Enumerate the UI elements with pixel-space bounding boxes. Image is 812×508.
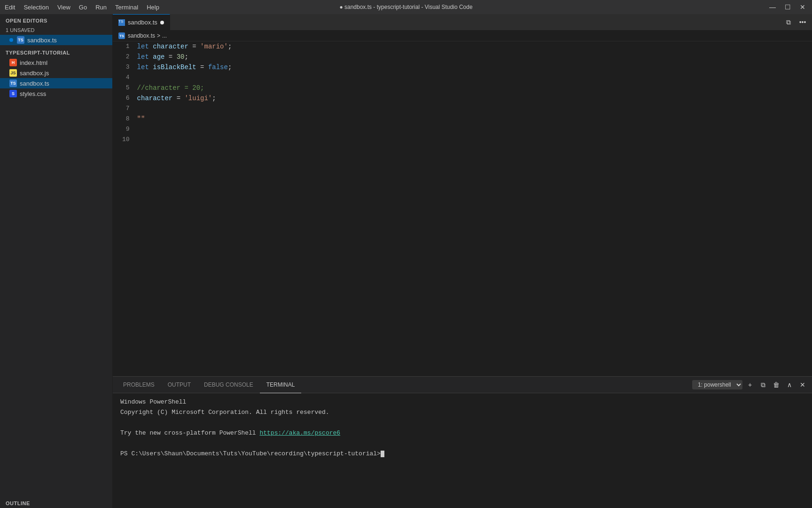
tab-filename: sandbox.ts	[128, 19, 157, 26]
sidebar-open-file-sandbox-ts[interactable]: TS sandbox.ts	[0, 35, 112, 45]
menu-view[interactable]: View	[57, 4, 70, 11]
code-line-3: let isBlackBelt = false;	[137, 62, 812, 72]
menu-help[interactable]: Help	[147, 4, 159, 11]
new-terminal-button[interactable]: +	[744, 379, 756, 390]
sidebar-file-name: styles.css	[20, 90, 46, 97]
tab-problems[interactable]: PROBLEMS	[117, 377, 161, 393]
unsaved-indicator	[9, 38, 13, 42]
breadcrumb-separator: >	[157, 32, 160, 39]
code-line-2: let age = 30;	[137, 52, 812, 62]
terminal-line-1: Windows PowerShell	[120, 397, 804, 407]
code-line-1: let character = 'mario';	[137, 41, 812, 52]
menu-terminal[interactable]: Terminal	[115, 4, 138, 11]
sidebar-item-index-html[interactable]: H index.html	[0, 57, 112, 68]
terminal-tabs-bar: PROBLEMS OUTPUT DEBUG CONSOLE TERMINAL 1…	[113, 377, 812, 393]
sidebar-file-name: sandbox.js	[20, 70, 49, 77]
close-button[interactable]: ✕	[798, 3, 807, 11]
tab-output[interactable]: OUTPUT	[161, 377, 197, 393]
code-line-10	[137, 135, 812, 145]
breadcrumb: TS sandbox.ts > ...	[113, 31, 812, 41]
outline-label: OUTLINE	[0, 497, 112, 508]
split-terminal-button[interactable]: ⧉	[757, 379, 769, 390]
code-line-4	[137, 72, 812, 83]
code-line-8: ""	[137, 114, 812, 124]
ts-file-icon-2: TS	[9, 79, 17, 87]
menu-go[interactable]: Go	[79, 4, 87, 11]
terminal-tab-actions: 1: powershell + ⧉ 🗑 ∧ ✕	[692, 379, 808, 390]
open-file-name: sandbox.ts	[27, 37, 57, 44]
terminal-line-5	[120, 438, 804, 449]
sidebar-file-name: index.html	[20, 59, 47, 66]
terminal-content[interactable]: Windows PowerShell Copyright (C) Microso…	[113, 393, 812, 508]
editor-area: TS sandbox.ts ⧉ ••• TS sandbox.ts > ... …	[113, 14, 812, 508]
split-editor-button[interactable]: ⧉	[783, 16, 794, 28]
menu-edit[interactable]: Edit	[5, 4, 15, 11]
breadcrumb-ts-icon: TS	[118, 32, 125, 39]
breadcrumb-path: ...	[162, 32, 167, 39]
code-line-7	[137, 103, 812, 114]
code-line-9	[137, 124, 812, 135]
tab-ts-icon: TS	[118, 19, 125, 26]
code-content[interactable]: let character = 'mario'; let age = 30; l…	[135, 41, 812, 376]
sidebar-item-sandbox-js[interactable]: JS sandbox.js	[0, 68, 112, 78]
terminal-close-button[interactable]: ✕	[797, 379, 808, 390]
tab-sandbox-ts[interactable]: TS sandbox.ts	[113, 14, 170, 31]
terminal-prompt: PS C:\Users\Shaun\Documents\Tuts\YouTube…	[120, 449, 804, 459]
tabs-bar: TS sandbox.ts ⧉ •••	[113, 14, 812, 31]
tab-terminal[interactable]: TERMINAL	[260, 377, 302, 393]
open-editors-label: OPEN EDITORS	[0, 14, 112, 25]
tab-unsaved-dot	[160, 21, 164, 24]
code-editor[interactable]: 1 2 3 4 5 6 7 8 9 10 let character = 'ma…	[113, 41, 812, 376]
menu-run[interactable]: Run	[95, 4, 107, 11]
terminal-line-2: Copyright (C) Microsoft Corporation. All…	[120, 407, 804, 418]
js-file-icon: JS	[9, 69, 17, 77]
terminal-line-3	[120, 418, 804, 428]
html-file-icon: H	[9, 59, 17, 66]
code-line-6: character = 'luigi';	[137, 93, 812, 103]
breadcrumb-filename: sandbox.ts	[128, 32, 155, 39]
tab-debug-console[interactable]: DEBUG CONSOLE	[197, 377, 260, 393]
terminal-line-4: Try the new cross-platform PowerShell ht…	[120, 428, 804, 438]
more-actions-button[interactable]: •••	[797, 16, 808, 28]
terminal-shell-selector[interactable]: 1: powershell	[692, 380, 742, 389]
window-controls[interactable]: — ☐ ✕	[768, 3, 807, 11]
menu-bar[interactable]: Edit Selection View Go Run Terminal Help	[5, 4, 159, 11]
tab-actions: ⧉ •••	[783, 16, 812, 28]
terminal-maximize-button[interactable]: ∧	[784, 379, 795, 390]
sidebar-item-styles-css[interactable]: S styles.css	[0, 88, 112, 99]
maximize-button[interactable]: ☐	[783, 3, 792, 11]
terminal-cursor	[381, 451, 384, 457]
folder-label: TYPESCRIPT-TUTORIAL	[0, 45, 112, 57]
sidebar-file-name: sandbox.ts	[20, 80, 49, 87]
ts-file-icon: TS	[17, 36, 24, 44]
line-numbers: 1 2 3 4 5 6 7 8 9 10	[113, 41, 135, 376]
sidebar: OPEN EDITORS 1 UNSAVED TS sandbox.ts TYP…	[0, 14, 113, 508]
menu-selection[interactable]: Selection	[23, 4, 48, 11]
window-title: ● sandbox.ts - typescript-tutorial - Vis…	[339, 4, 472, 10]
minimize-button[interactable]: —	[768, 3, 777, 11]
sidebar-item-sandbox-ts[interactable]: TS sandbox.ts	[0, 78, 112, 88]
code-line-5: //character = 20;	[137, 83, 812, 93]
terminal-panel: PROBLEMS OUTPUT DEBUG CONSOLE TERMINAL 1…	[113, 376, 812, 508]
css-file-icon: S	[9, 90, 17, 97]
main-container: OPEN EDITORS 1 UNSAVED TS sandbox.ts TYP…	[0, 14, 812, 508]
kill-terminal-button[interactable]: 🗑	[771, 379, 782, 390]
terminal-link[interactable]: https://aka.ms/pscore6	[259, 429, 340, 437]
title-bar: Edit Selection View Go Run Terminal Help…	[0, 0, 812, 14]
open-editors-subtitle: 1 UNSAVED	[0, 25, 112, 35]
